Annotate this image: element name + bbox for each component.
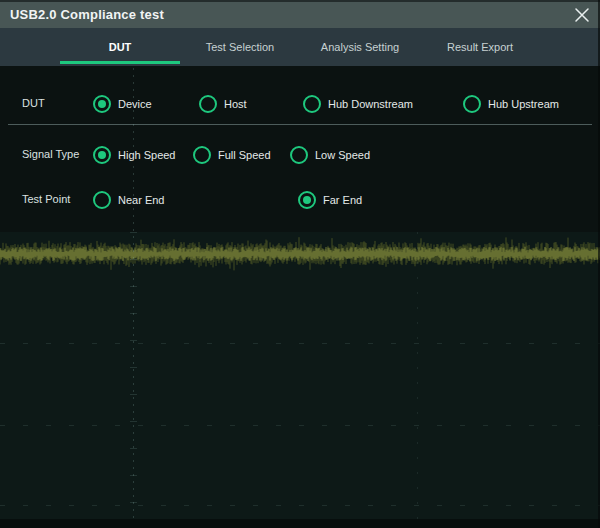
tab-analysis-setting[interactable]: Analysis Setting [300, 28, 420, 66]
radio-label: Host [224, 98, 247, 110]
section-divider [8, 124, 592, 125]
title-bar: USB2.0 Compliance test [0, 0, 600, 28]
graticule-hline [0, 505, 600, 506]
radio-option-high-speed[interactable]: High Speed [93, 146, 176, 164]
active-tab-underline [60, 61, 180, 64]
usb-compliance-dialog: USB2.0 Compliance test DUT Test Selectio… [0, 0, 600, 528]
radio-label: Hub Upstream [488, 98, 559, 110]
tab-test-selection[interactable]: Test Selection [180, 28, 300, 66]
radio-label: Low Speed [315, 149, 370, 161]
tab-result-export[interactable]: Result Export [420, 28, 540, 66]
radio-icon [193, 146, 211, 164]
radio-label: Full Speed [218, 149, 271, 161]
dut-row-label: DUT [22, 97, 45, 109]
radio-icon [463, 95, 481, 113]
radio-icon [290, 146, 308, 164]
radio-icon [93, 191, 111, 209]
radio-option-host[interactable]: Host [199, 95, 247, 113]
radio-label: Far End [323, 194, 362, 206]
radio-option-far-end[interactable]: Far End [298, 191, 362, 209]
radio-icon [93, 95, 111, 113]
scope-display [0, 232, 600, 528]
tab-label: Test Selection [206, 41, 274, 53]
radio-icon [93, 146, 111, 164]
radio-icon [303, 95, 321, 113]
waveform-trace [0, 232, 600, 292]
close-button[interactable] [571, 4, 593, 26]
tab-label: Result Export [447, 41, 513, 53]
tab-dut[interactable]: DUT [60, 28, 180, 66]
radio-option-device[interactable]: Device [93, 95, 152, 113]
dut-settings-panel: DUT Device Host Hub Downstream Hub Upstr… [0, 66, 600, 232]
dialog-top-edge [0, 0, 600, 2]
radio-label: Hub Downstream [328, 98, 413, 110]
radio-option-hub-upstream[interactable]: Hub Upstream [463, 95, 559, 113]
radio-option-near-end[interactable]: Near End [93, 191, 164, 209]
radio-option-hub-downstream[interactable]: Hub Downstream [303, 95, 413, 113]
graticule-hline [0, 343, 600, 344]
radio-label: Near End [118, 194, 164, 206]
close-icon [573, 6, 591, 24]
radio-label: Device [118, 98, 152, 110]
radio-label: High Speed [118, 149, 176, 161]
screen-bottom-edge [0, 519, 600, 528]
signal-type-row-label: Signal Type [22, 148, 79, 160]
graticule-center-vline [133, 68, 134, 519]
tab-bar: DUT Test Selection Analysis Setting Resu… [0, 28, 600, 66]
radio-icon [298, 191, 316, 209]
radio-icon [199, 95, 217, 113]
graticule-vdots [417, 232, 418, 519]
tab-label: Analysis Setting [321, 41, 399, 53]
radio-option-low-speed[interactable]: Low Speed [290, 146, 370, 164]
page-title: USB2.0 Compliance test [10, 0, 164, 29]
graticule-hline [0, 425, 600, 426]
tab-label: DUT [109, 41, 132, 53]
test-point-row-label: Test Point [22, 193, 70, 205]
radio-option-full-speed[interactable]: Full Speed [193, 146, 271, 164]
